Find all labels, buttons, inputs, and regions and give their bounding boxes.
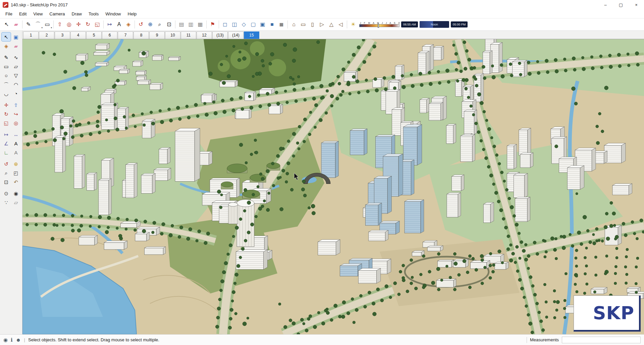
menu-camera[interactable]: Camera: [46, 10, 68, 18]
orbit-tool-button[interactable]: ↺: [2, 159, 11, 168]
orbit-button[interactable]: ↺: [136, 20, 146, 29]
scene-tab-15[interactable]: 15: [244, 31, 259, 39]
make-component-tool-button[interactable]: ▣: [11, 32, 20, 41]
view-iso-button[interactable]: ⌂: [289, 20, 299, 29]
menu-draw[interactable]: Draw: [68, 10, 85, 18]
view-right-button[interactable]: ▷: [317, 20, 327, 29]
add-location-button[interactable]: ⚑: [208, 20, 217, 29]
scene-tab-11[interactable]: 11: [181, 31, 196, 39]
two-point-arc-tool-button[interactable]: ◠: [11, 80, 20, 89]
scale-tool-button[interactable]: ◱: [2, 119, 11, 127]
protractor-tool-button[interactable]: ∠: [2, 139, 11, 148]
scene-tab-10[interactable]: 10: [165, 31, 180, 39]
walk-tool-button[interactable]: ∵: [2, 198, 11, 207]
text-tool-button[interactable]: A: [11, 139, 20, 148]
scene-tab-12[interactable]: 12: [197, 31, 212, 39]
menu-window[interactable]: Window: [102, 10, 124, 18]
info-icon[interactable]: ℹ: [11, 337, 13, 343]
paint-bucket-button[interactable]: ◈: [124, 20, 133, 29]
three-d-text-tool-button[interactable]: A: [11, 148, 20, 157]
style-hidden-line-button[interactable]: ▢: [249, 20, 258, 29]
arc-tool-button[interactable]: ⌒: [2, 80, 11, 89]
close-button[interactable]: ×: [629, 0, 644, 10]
pan-tool-button[interactable]: ⊕: [11, 159, 20, 168]
shadow-date-slider[interactable]: J F M A M J J A S O N D: [359, 22, 399, 27]
offset-tool-button[interactable]: ◎: [11, 119, 20, 127]
position-camera-tool-button[interactable]: ⊙: [2, 189, 11, 198]
select-tool-button[interactable]: ↖: [2, 32, 11, 41]
line-button[interactable]: ✎: [24, 20, 33, 29]
maximize-button[interactable]: ▢: [613, 0, 629, 10]
view-back-button[interactable]: △: [327, 20, 336, 29]
select-button[interactable]: ↖: [2, 20, 11, 29]
offset-button[interactable]: ◎: [64, 20, 74, 29]
menu-view[interactable]: View: [30, 10, 46, 18]
scene-tab-1[interactable]: 1: [23, 31, 39, 39]
axes-tool-button[interactable]: ∟: [2, 148, 11, 157]
arcs-button[interactable]: ⌒▾: [33, 20, 43, 29]
move-tool-button[interactable]: ✛: [2, 100, 11, 109]
zoom-extents-button[interactable]: ⊡: [164, 20, 174, 29]
scene-tab-5[interactable]: 5: [86, 31, 102, 39]
style-back-edges-button[interactable]: ◫: [230, 20, 239, 29]
zoom-button[interactable]: ⌕: [155, 20, 164, 29]
style-monochrome-button[interactable]: ◼: [277, 20, 286, 29]
view-front-button[interactable]: ▯: [308, 20, 317, 29]
dropdown-arrow-icon[interactable]: ▾: [51, 26, 52, 29]
shapes-button[interactable]: ▭▾: [43, 20, 52, 29]
scene-tab-3[interactable]: 3: [55, 31, 70, 39]
tape-measure-button[interactable]: ↦: [105, 20, 114, 29]
paint-bucket-tool-button[interactable]: ◈: [2, 42, 11, 50]
scene-tab-2[interactable]: 2: [39, 31, 54, 39]
measurements-input[interactable]: [562, 337, 641, 343]
push-pull-tool-button[interactable]: ⇧: [11, 100, 20, 109]
shadow-date-track[interactable]: [359, 24, 399, 27]
scene-tab-13[interactable]: (13): [212, 31, 228, 39]
eraser-button[interactable]: ▰: [11, 20, 21, 29]
rotate-button[interactable]: ↻: [83, 20, 93, 29]
section-plane-button[interactable]: ▤: [177, 20, 186, 29]
section-display-button[interactable]: ▦: [196, 20, 205, 29]
previous-tool-button[interactable]: ↶: [11, 178, 20, 186]
tape-measure-tool-button[interactable]: ↦: [2, 130, 11, 139]
menu-tools[interactable]: Tools: [85, 10, 102, 18]
three-point-arc-tool-button[interactable]: ◡: [2, 89, 11, 98]
follow-me-tool-button[interactable]: ↪: [11, 110, 20, 118]
scale-button[interactable]: ◱: [93, 20, 102, 29]
menu-file[interactable]: File: [2, 10, 16, 18]
pan-button[interactable]: ⊕: [146, 20, 155, 29]
scene-tab-6[interactable]: 6: [102, 31, 117, 39]
style-wireframe-button[interactable]: ◇: [239, 20, 249, 29]
minimize-button[interactable]: –: [598, 0, 613, 10]
model-render[interactable]: [22, 39, 644, 334]
style-xray-button[interactable]: ◻: [220, 20, 230, 29]
geolocation-icon[interactable]: ◉: [3, 337, 8, 343]
pie-tool-button[interactable]: ◔: [11, 89, 20, 98]
polygon-tool-button[interactable]: ▽: [11, 71, 20, 80]
text-button[interactable]: A: [114, 20, 124, 29]
move-button[interactable]: ✛: [74, 20, 83, 29]
freehand-tool-button[interactable]: ∿: [11, 53, 20, 62]
shadow-time-slider[interactable]: Noon: [420, 21, 449, 28]
scene-tab-8[interactable]: 8: [133, 31, 149, 39]
zoom-window-tool-button[interactable]: ◰: [11, 168, 20, 177]
style-shaded-textures-button[interactable]: ■: [267, 20, 277, 29]
viewport-scene[interactable]: SKP: [22, 39, 644, 334]
menu-edit[interactable]: Edit: [16, 10, 30, 18]
account-icon[interactable]: ☻: [16, 337, 21, 343]
scene-tab-4[interactable]: 4: [70, 31, 86, 39]
rotate-tool-button[interactable]: ↻: [2, 110, 11, 118]
look-around-tool-button[interactable]: ◉: [11, 189, 20, 198]
scene-tab-14[interactable]: (14): [228, 31, 244, 39]
line-tool-button[interactable]: ✎: [2, 53, 11, 62]
dimensions-tool-button[interactable]: ↔: [11, 130, 20, 139]
section-plane-tool-button[interactable]: ▱: [11, 198, 20, 207]
eraser-tool-button[interactable]: ▰: [11, 42, 20, 50]
rotated-rectangle-tool-button[interactable]: ▱: [11, 62, 20, 71]
style-shaded-button[interactable]: ▣: [258, 20, 267, 29]
shadow-date-handle[interactable]: [378, 24, 379, 28]
circle-tool-button[interactable]: ○: [2, 71, 11, 80]
scene-tab-7[interactable]: 7: [118, 31, 133, 39]
zoom-tool-button[interactable]: ⌕: [2, 168, 11, 177]
view-left-button[interactable]: ◁: [336, 20, 345, 29]
